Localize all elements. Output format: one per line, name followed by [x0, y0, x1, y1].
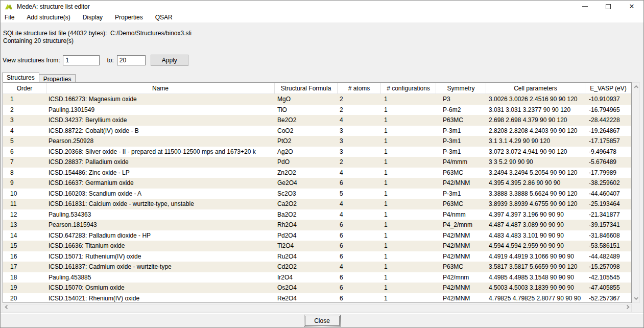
- table-cell: 19: [3, 283, 46, 293]
- close-window-button[interactable]: ✕: [620, 1, 643, 12]
- table-cell: Ca2O2: [275, 199, 338, 209]
- table-cell: -25.193464: [585, 199, 631, 209]
- table-cell: 2: [338, 94, 381, 105]
- table-cell: 1: [381, 262, 436, 272]
- table-cell: -21.341877: [585, 209, 631, 220]
- scroll-left-icon[interactable]: [3, 304, 10, 312]
- table-row[interactable]: 6ICSD.20368: Silver oxide - II - prepare…: [3, 147, 631, 157]
- table-row[interactable]: 19ICSD.15070: Osmium oxideOs2O461P42/MNM…: [3, 283, 631, 293]
- table-cell: 2: [338, 157, 381, 168]
- tab-structures[interactable]: Structures: [2, 73, 39, 82]
- table-row[interactable]: 10ICSD.160203: Scandium oxide - ASc2O351…: [3, 189, 631, 199]
- table-cell: 4: [338, 168, 381, 178]
- menu-add-structures[interactable]: Add structure(s): [22, 13, 74, 22]
- menu-qsar[interactable]: QSAR: [151, 13, 177, 22]
- table-cell: 15: [3, 241, 46, 251]
- table-cell: Ge2O4: [275, 178, 338, 189]
- close-button[interactable]: Close: [305, 316, 340, 326]
- table-cell: 6: [338, 283, 381, 293]
- table-row[interactable]: 8ICSD.154486: Zinc oxide - LPZn2O241P63M…: [3, 168, 631, 178]
- table-row[interactable]: 17ICSD.161837: Cadmium oxide - wurtzite-…: [3, 262, 631, 272]
- column-header-atoms[interactable]: # atoms: [338, 83, 381, 93]
- table-cell: -19.264867: [585, 126, 631, 136]
- table-cell: -16.794965: [585, 105, 631, 115]
- table-cell: ICSD.166273: Magnesium oxide: [46, 94, 275, 105]
- table-cell: PtO2: [275, 136, 338, 147]
- table-cell: 5: [3, 136, 46, 147]
- maximize-icon: [606, 4, 611, 9]
- table-cell: P42/MNM: [436, 178, 486, 189]
- table-cell: Pearson.1815943: [46, 220, 275, 230]
- table-row[interactable]: 12Pauling.534363Ba2O241P4/nmm4.397 4.397…: [3, 209, 631, 220]
- table-row[interactable]: 1ICSD.166273: Magnesium oxideMgO21P33.00…: [3, 94, 631, 105]
- column-header-configurations[interactable]: # configurations: [381, 83, 436, 93]
- table-cell: P-3m1: [436, 147, 486, 157]
- minimize-button[interactable]: [573, 1, 597, 12]
- table-cell: ICSD.161837: Cadmium oxide - wurtzite-ty…: [46, 262, 275, 272]
- table-cell: 13: [3, 220, 46, 230]
- table-cell: ICSD.647283: Palladium dioxide - HP: [46, 230, 275, 241]
- to-input[interactable]: [117, 55, 146, 65]
- structures-table: Order Name Structural Formula # atoms # …: [3, 82, 632, 303]
- table-row[interactable]: 16ICSD.15071: Ruthenium(IV) oxideRu2O461…: [3, 251, 631, 262]
- maximize-button[interactable]: [597, 1, 620, 12]
- file-info-line: SQLite structure list file (44032 bytes)…: [3, 30, 192, 37]
- table-cell: 1: [381, 189, 436, 199]
- menu-properties[interactable]: Properties: [111, 13, 147, 22]
- table-row[interactable]: 20ICSD.154021: Rhenium(IV) oxideRe2O461P…: [3, 293, 631, 303]
- app-window: MedeA: structure list editor ✕ File Add …: [0, 0, 644, 328]
- scroll-up-icon[interactable]: [632, 83, 639, 90]
- table-row[interactable]: 11ICSD.161831: Calcium oxide - wurtzite-…: [3, 199, 631, 209]
- table-row[interactable]: 14ICSD.647283: Palladium dioxide - HPPd2…: [3, 230, 631, 241]
- table-cell: P42/MNM: [436, 230, 486, 241]
- table-row[interactable]: 18Pauling.453885Ir2O461P42/mnm4.4985 4.4…: [3, 272, 631, 283]
- table-cell: PdO: [275, 157, 338, 168]
- table-cell: P-6m2: [436, 105, 486, 115]
- table-cell: 1: [381, 178, 436, 189]
- apply-button[interactable]: Apply: [151, 55, 188, 66]
- table-row[interactable]: 7ICSD.28837: Palladium oxidePdO21P4/mmm3…: [3, 157, 631, 168]
- table-cell: Ti2O4: [275, 241, 338, 251]
- scroll-down-icon[interactable]: [632, 295, 639, 302]
- table-cell: 1: [381, 220, 436, 230]
- table-cell: Ir2O4: [275, 272, 338, 283]
- table-cell: 1: [381, 157, 436, 168]
- table-row[interactable]: 13Pearson.1815943Rh2O461P4_2/mnm4.487 4.…: [3, 220, 631, 230]
- table-cell: 1: [381, 241, 436, 251]
- column-header-name[interactable]: Name: [46, 83, 275, 93]
- table-cell: Pauling.534363: [46, 209, 275, 220]
- table-row[interactable]: 15ICSD.16636: Titanium oxideTi2O461P42/M…: [3, 241, 631, 251]
- table-cell: 6: [338, 241, 381, 251]
- table-cell: 4.395 4.395 2.86 90 90 90: [486, 178, 585, 189]
- horizontal-scrollbar[interactable]: [3, 304, 632, 312]
- table-cell: -17.175857: [585, 136, 631, 147]
- menu-file[interactable]: File: [1, 13, 18, 22]
- table-cell: 3.031 3.031 3.2377 90 90 120: [486, 105, 585, 115]
- menu-display[interactable]: Display: [79, 13, 107, 22]
- close-button-focus-ring: Close: [304, 315, 341, 327]
- table-cell: ICSD.28837: Palladium oxide: [46, 157, 275, 168]
- scroll-right-icon[interactable]: [624, 304, 631, 312]
- column-header-cell-parameters[interactable]: Cell parameters: [486, 83, 585, 93]
- from-input[interactable]: [63, 55, 100, 65]
- table-cell: P63MC: [436, 115, 486, 126]
- table-row[interactable]: 9ICSD.16637: Germanium oxideGe2O461P42/M…: [3, 178, 631, 189]
- tab-properties[interactable]: Properties: [39, 74, 76, 82]
- table-body: 1ICSD.166273: Magnesium oxideMgO21P33.00…: [3, 94, 631, 303]
- table-cell: P4/nmm: [436, 209, 486, 220]
- column-header-order[interactable]: Order: [3, 83, 46, 93]
- table-cell: 4.594 4.594 2.959 90 90 90: [486, 241, 585, 251]
- vertical-scrollbar[interactable]: [632, 82, 640, 303]
- table-cell: 2.698 2.698 4.379 90 90 120: [486, 115, 585, 126]
- column-header-symmetry[interactable]: Symmetry: [436, 83, 486, 93]
- column-header-formula[interactable]: Structural Formula: [275, 83, 338, 93]
- table-cell: 6: [338, 293, 381, 303]
- table-row[interactable]: 3ICSD.34237: Beryllium oxideBe2O241P63MC…: [3, 115, 631, 126]
- table-row[interactable]: 4ICSD.88722: Cobalt(IV) oxide - BCoO231P…: [3, 126, 631, 136]
- table-cell: 1: [381, 283, 436, 293]
- table-row[interactable]: 5Pearson.250928PtO231P-3m13.1 3.1 4.29 9…: [3, 136, 631, 147]
- table-row[interactable]: 2Pauling.1301549TiO21P-6m23.031 3.031 3.…: [3, 105, 631, 115]
- table-cell: Pauling.1301549: [46, 105, 275, 115]
- table-cell: P3: [436, 94, 486, 105]
- column-header-evasp[interactable]: E_VASP (eV): [585, 83, 631, 93]
